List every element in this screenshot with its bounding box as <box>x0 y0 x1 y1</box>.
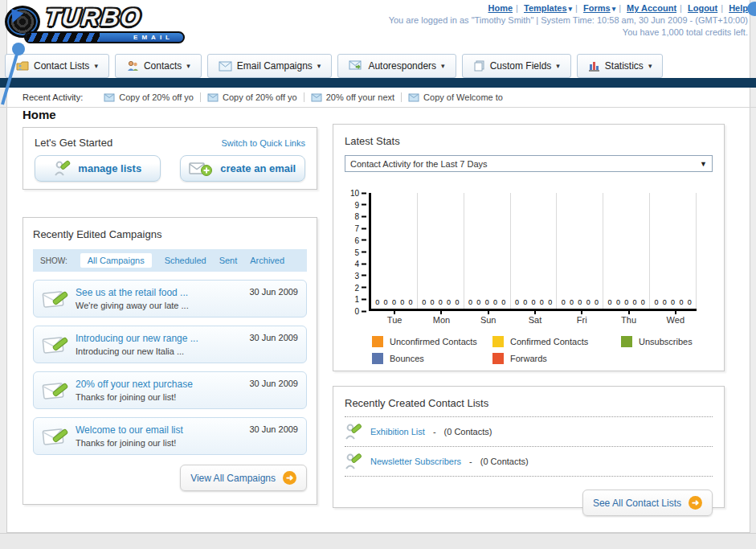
tab-contact-lists[interactable]: Contact Lists ▾ <box>5 54 109 78</box>
header-right: Home| Templates▾| Forms▾| My Account| Lo… <box>389 3 748 37</box>
y-axis-tick: 8 <box>354 212 366 221</box>
campaign-subtitle: Thanks for joining our list! <box>76 438 298 448</box>
button-label: See All Contact Lists <box>593 498 681 509</box>
tab-autoresponders[interactable]: Autoresponders ▾ <box>337 54 456 78</box>
campaign-row[interactable]: See us at the retail food ... We're givi… <box>33 280 307 318</box>
chart-day-group: 00000 <box>511 193 558 309</box>
recent-activity-item[interactable]: Copy of Welcome to <box>402 92 509 102</box>
contact-lists-title: Recently Created Contact Lists <box>345 397 488 409</box>
manage-lists-button[interactable]: manage lists <box>35 155 161 182</box>
link-home[interactable]: Home <box>488 3 513 13</box>
link-separator: | <box>680 3 682 13</box>
y-axis-tick: 4 <box>354 260 366 268</box>
y-axis-tick: 5 <box>354 248 366 256</box>
dropdown-arrow-icon: ▾ <box>556 62 560 70</box>
data-value-label: 0 <box>375 299 379 306</box>
campaign-row[interactable]: Welcome to our email list Thanks for joi… <box>33 417 307 455</box>
data-value-label: 0 <box>578 299 582 306</box>
legend-label: Confirmed Contacts <box>510 337 588 346</box>
filter-sent[interactable]: Sent <box>219 256 238 265</box>
y-axis-tick: 7 <box>354 224 366 233</box>
tab-email-campaigns[interactable]: Email Campaigns ▾ <box>207 54 333 78</box>
data-value-label: 0 <box>532 299 536 306</box>
dropdown-arrow-icon: ▾ <box>612 5 616 13</box>
contact-list-link[interactable]: Exhibition List <box>370 427 425 436</box>
top-nav-links: Home| Templates▾| Forms▾| My Account| Lo… <box>389 3 748 13</box>
legend-label: Forwards <box>510 354 547 363</box>
dropdown-arrow-icon: ▾ <box>186 62 190 70</box>
recent-activity-item[interactable]: 20% off your next <box>304 92 402 102</box>
campaign-envelope-pencil-icon <box>42 334 71 358</box>
legend-item: Unconfirmed Contacts <box>372 336 492 347</box>
data-value-label: 0 <box>663 299 667 306</box>
chart-day-group: 00000 <box>557 193 603 309</box>
switch-quick-links[interactable]: Switch to Quick Links <box>221 138 305 148</box>
campaign-row[interactable]: 20% off your next purchase Thanks for jo… <box>33 371 307 409</box>
data-value-label: 0 <box>501 299 505 306</box>
data-value-label: 0 <box>400 299 404 306</box>
data-value-label: 0 <box>540 299 544 306</box>
contact-list-row[interactable]: Newsletter Subscribers - (0 Contacts) <box>345 447 713 477</box>
x-axis-label: Fri <box>558 311 605 325</box>
x-axis-label: Sat <box>512 311 558 325</box>
tab-statistics[interactable]: Statistics ▾ <box>577 54 664 78</box>
contact-list-sep: - <box>469 457 472 466</box>
y-axis-tick: 6 <box>354 236 366 244</box>
recent-activity-bar: Recent Activity: Copy of 20% off yo Copy… <box>0 88 756 108</box>
tab-label: Statistics <box>605 60 644 72</box>
campaign-subtitle: We're giving away our late ... <box>76 301 298 310</box>
view-all-campaigns-button[interactable]: View All Campaigns ➜ <box>180 465 307 491</box>
link-my-account[interactable]: My Account <box>627 3 676 13</box>
y-axis-tick: 9 <box>354 200 366 209</box>
data-value-label: 0 <box>447 299 451 306</box>
link-help[interactable]: Help <box>729 3 748 13</box>
tab-custom-fields[interactable]: Custom Fields ▾ <box>462 54 571 78</box>
contact-lists-folder-icon <box>16 60 29 72</box>
footer-strip <box>0 533 756 549</box>
main-nav: Contact Lists ▾ Contacts ▾ Email Campaig… <box>5 54 663 78</box>
filter-all-campaigns[interactable]: All Campaigns <box>80 253 152 268</box>
data-value-label: 0 <box>654 299 658 306</box>
link-forms[interactable]: Forms <box>583 3 611 13</box>
contacts-people-icon <box>126 60 139 72</box>
see-all-contact-lists-button[interactable]: See All Contact Lists ➜ <box>582 490 713 516</box>
statistics-bar-chart-icon <box>588 60 600 72</box>
data-value-label: 0 <box>523 299 527 306</box>
x-axis-label: Mon <box>418 311 464 325</box>
campaign-envelope-pencil-icon <box>42 288 71 312</box>
stats-selector-value: Contact Activity for the Last 7 Days <box>350 159 488 169</box>
get-started-panel: Let's Get Started Switch to Quick Links … <box>22 127 317 190</box>
campaign-envelope-pencil-icon <box>42 425 71 449</box>
chart-day-group: 00000 <box>650 193 697 309</box>
data-value-label: 0 <box>476 299 480 306</box>
chart-day-group: 00000 <box>371 193 418 309</box>
recent-activity-item[interactable]: Copy of 20% off yo <box>97 92 201 102</box>
legend-item: Bounces <box>372 353 492 364</box>
link-separator: | <box>721 3 723 13</box>
campaign-row[interactable]: Introducing our new range ... Introducin… <box>33 326 307 363</box>
data-value-label: 0 <box>493 299 497 306</box>
campaign-filter-bar: SHOW: All Campaigns Scheduled Sent Archi… <box>33 249 307 272</box>
filter-archived[interactable]: Archived <box>250 256 284 265</box>
tab-contacts[interactable]: Contacts ▾ <box>115 54 202 78</box>
data-value-label: 0 <box>455 299 459 306</box>
dropdown-arrow-icon: ▾ <box>648 62 652 70</box>
contact-list-row[interactable]: Exhibition List - (0 Contacts) <box>345 417 713 447</box>
button-label: create an email <box>220 162 296 174</box>
data-value-label: 0 <box>392 299 396 306</box>
link-logout[interactable]: Logout <box>688 3 717 13</box>
data-value-label: 0 <box>586 299 590 306</box>
envelope-icon <box>207 93 219 102</box>
contact-list-link[interactable]: Newsletter Subscribers <box>370 457 461 466</box>
recent-activity-item[interactable]: Copy of 20% off yo <box>201 92 304 102</box>
legend-item: Confirmed Contacts <box>492 336 621 347</box>
link-templates[interactable]: Templates <box>524 3 567 13</box>
create-email-button[interactable]: create an email <box>180 155 306 182</box>
autoresponders-envelope-arrow-icon <box>349 60 363 72</box>
chart-plot: 00000000000000000000000000000000000 <box>369 193 697 311</box>
data-value-label: 0 <box>384 299 388 306</box>
legend-swatch <box>492 336 504 347</box>
chart-day-group: 00000 <box>418 193 464 309</box>
stats-selector-dropdown[interactable]: Contact Activity for the Last 7 Days ▼ <box>345 155 713 172</box>
filter-scheduled[interactable]: Scheduled <box>165 256 206 265</box>
